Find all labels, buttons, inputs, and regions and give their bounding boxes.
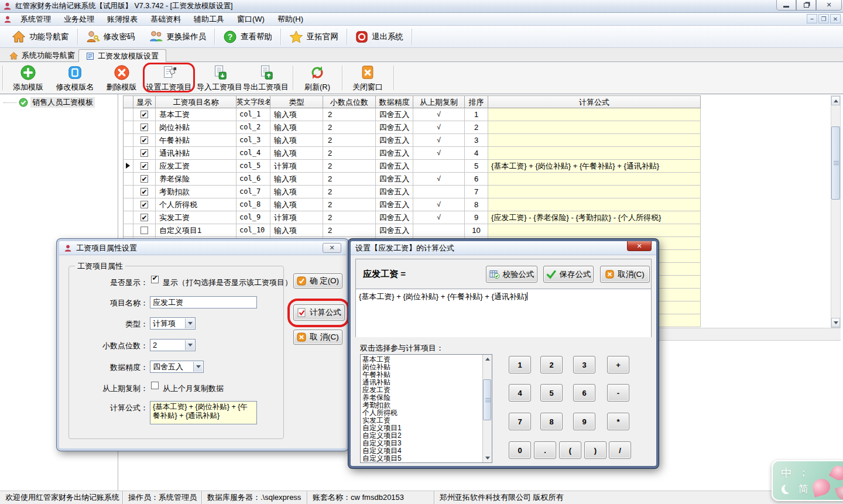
col-header-type[interactable]: 类型 — [270, 95, 323, 108]
delete-template-button[interactable]: 删除模版 — [98, 64, 145, 92]
show-checkbox[interactable] — [140, 175, 148, 183]
dialog2-close-button[interactable]: ✕ — [627, 241, 652, 251]
col-header-decimals[interactable]: 小数点位数 — [323, 95, 376, 108]
cancel-formula-button[interactable]: 取消(C) — [600, 266, 650, 283]
chevron-down-icon[interactable] — [185, 318, 194, 328]
menu-basedata[interactable]: 基础资料 — [144, 13, 187, 25]
key-9[interactable]: 9 — [573, 413, 595, 430]
change-operator-button[interactable]: 更换操作员 — [142, 28, 214, 46]
copy-checkbox[interactable] — [151, 382, 159, 389]
ime-panel[interactable]: 中 ； 简 — [772, 460, 843, 501]
menu-tools[interactable]: 辅助工具 — [187, 13, 231, 25]
dialog1-close-button[interactable]: ✕ — [323, 243, 341, 253]
ime-lang-indicator[interactable]: 中 — [781, 466, 792, 481]
type-select[interactable]: 计算项 — [150, 317, 196, 330]
key-open-paren[interactable]: ( — [559, 441, 581, 459]
tab-salary-template-settings[interactable]: 工资发放模版设置 — [78, 49, 166, 63]
tab-nav-window[interactable]: 系统功能导航窗 — [2, 49, 82, 62]
show-checkbox[interactable] — [140, 124, 148, 131]
key-multiply[interactable]: * — [607, 413, 629, 430]
save-formula-button[interactable]: 保存公式 — [543, 266, 594, 283]
key-divide[interactable]: / — [609, 441, 631, 459]
table-row[interactable]: 养老保险col_6 输入项2 四舍五入√ 6 — [123, 173, 701, 186]
cancel-button[interactable]: 取 消(C) — [293, 330, 342, 345]
exit-system-button[interactable]: 退出系统 — [348, 28, 410, 46]
close-window-button[interactable]: 关闭窗口 — [344, 64, 391, 92]
restore-button[interactable] — [796, 0, 816, 11]
ok-button[interactable]: 确 定(O) — [293, 273, 342, 289]
refresh-button[interactable]: 刷新(R) — [295, 64, 340, 92]
key-7[interactable]: 7 — [509, 413, 531, 430]
change-password-button[interactable]: 修改密码 — [79, 28, 142, 46]
table-row[interactable]: 岗位补贴col_2 输入项2 四舍五入√ 2 — [123, 121, 701, 134]
menu-system[interactable]: 系统管理 — [14, 13, 57, 25]
show-checkbox[interactable] — [140, 149, 148, 157]
show-checkbox[interactable] — [140, 136, 148, 144]
precision-select[interactable]: 四舍五入 — [150, 361, 204, 373]
scroll-down-button[interactable] — [831, 318, 840, 327]
chevron-down-icon[interactable] — [185, 340, 194, 350]
mdi-minimize-button[interactable]: – — [807, 14, 817, 23]
col-header-order[interactable]: 排序 — [465, 95, 488, 108]
key-6[interactable]: 6 — [573, 384, 595, 402]
table-row[interactable]: 午餐补贴col_3 输入项2 四舍五入√ 3 — [123, 134, 701, 147]
dialog1-title-bar[interactable]: 工资项目属性设置 — [59, 241, 346, 255]
listbox-scrollbar[interactable] — [482, 355, 492, 462]
show-checkbox[interactable] — [140, 111, 148, 118]
key-plus[interactable]: + — [607, 356, 629, 373]
ime-punct-indicator[interactable]: ； — [799, 466, 808, 479]
table-row[interactable]: 基本工资col_1 输入项2 四舍五入√ 1 — [123, 108, 701, 121]
col-header-name[interactable]: 工资项目名称 — [156, 95, 237, 108]
col-header-copy[interactable]: 从上期复制 — [413, 95, 465, 108]
export-salary-items-button[interactable]: 导出工资项目 — [241, 64, 290, 92]
key-3[interactable]: 3 — [573, 356, 595, 373]
add-template-button[interactable]: 添加模版 — [5, 64, 52, 92]
view-help-button[interactable]: ? 查看帮助 — [216, 28, 279, 46]
menu-window[interactable]: 窗口(W) — [231, 13, 271, 25]
table-row-selected[interactable]: 应发工资col_5 计算项2 四舍五入 5{基本工资} + {岗位补贴} + {… — [123, 160, 701, 173]
table-row[interactable]: 通讯补贴col_4 输入项2 四舍五入√ 4 — [123, 147, 701, 160]
menu-reports[interactable]: 账簿报表 — [101, 13, 144, 25]
col-header-field[interactable]: 英文字段名 — [237, 95, 270, 108]
import-salary-items-button[interactable]: 导入工资项目 — [196, 64, 244, 92]
table-row[interactable]: 个人所得税col_8 输入项2 四舍五入√ 8 — [123, 198, 701, 211]
mdi-close-button[interactable]: ✕ — [830, 14, 841, 23]
rename-template-button[interactable]: 修改模版名 — [52, 64, 98, 92]
ime-charset-indicator[interactable]: 简 — [799, 482, 808, 496]
decimals-select[interactable]: 2 — [150, 339, 196, 351]
tree-item-template[interactable]: 销售人员工资模板 — [0, 94, 118, 108]
display-checkbox[interactable] — [151, 276, 159, 283]
col-header-precision[interactable]: 数据精度 — [376, 95, 413, 108]
key-minus[interactable]: - — [607, 384, 629, 402]
key-dot[interactable]: . — [534, 441, 556, 459]
scroll-up-button[interactable] — [831, 96, 840, 105]
website-button[interactable]: 亚拓官网 — [282, 28, 345, 46]
dialog2-title-bar[interactable]: 设置【应发工资】的计算公式 — [351, 241, 656, 255]
scrollbar-thumb[interactable] — [483, 379, 491, 420]
moon-icon[interactable] — [782, 485, 791, 494]
table-row[interactable]: 考勤扣款col_7 输入项2 四舍五入 7 — [123, 186, 701, 198]
scroll-up-button[interactable] — [483, 355, 492, 364]
key-close-paren[interactable]: ) — [584, 441, 606, 459]
formula-textarea[interactable]: {基本工资} + {岗位补贴} + {午餐补贴} + {通讯补贴} — [150, 401, 257, 424]
col-header-show[interactable]: 显示 — [133, 95, 156, 108]
show-checkbox[interactable] — [140, 188, 148, 196]
minimize-button[interactable] — [776, 0, 796, 11]
scrollbar-thumb[interactable] — [831, 126, 840, 200]
verify-formula-button[interactable]: 校验公式 — [486, 266, 537, 283]
key-0[interactable]: 0 — [509, 441, 531, 459]
grid-vertical-scrollbar[interactable] — [831, 95, 841, 328]
scroll-down-button[interactable] — [483, 454, 492, 462]
chevron-down-icon[interactable] — [193, 362, 203, 372]
list-item[interactable]: 自定义项目6 — [362, 462, 492, 463]
close-button[interactable]: ✕ — [816, 0, 842, 11]
show-checkbox[interactable] — [140, 227, 148, 234]
col-header-formula[interactable]: 计算公式 — [488, 95, 701, 108]
item-name-input[interactable]: 应发工资 — [150, 296, 257, 308]
table-row[interactable]: 自定义项目1col_10 输入项2 四舍五入 10 — [123, 224, 701, 237]
show-checkbox[interactable] — [140, 162, 148, 170]
table-row[interactable]: 实发工资col_9 计算项2 四舍五入√ 9{应发工资} - {养老保险} - … — [123, 211, 701, 224]
key-4[interactable]: 4 — [509, 384, 531, 402]
nav-window-button[interactable]: 功能导航窗 — [5, 28, 76, 46]
show-checkbox[interactable] — [140, 214, 148, 221]
